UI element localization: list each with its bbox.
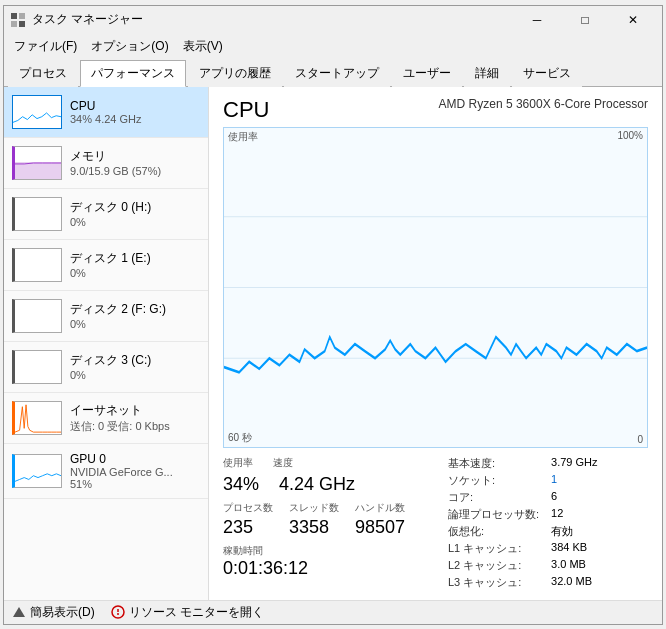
menu-bar: ファイル(F) オプション(O) 表示(V) (4, 34, 662, 59)
panel-subtitle: AMD Ryzen 5 3600X 6-Core Processor (439, 97, 648, 111)
logical-label: 論理プロセッサ数: (448, 507, 539, 522)
sidebar-item-ethernet[interactable]: イーサネット 送信: 0 受信: 0 Kbps (4, 393, 208, 444)
usage-stat: 使用率 (223, 456, 253, 470)
l3-label: L3 キャッシュ: (448, 575, 539, 590)
right-stats-grid: 基本速度: 3.79 GHz ソケット: 1 コア: 6 論理プロセッサ数: 1… (448, 456, 648, 590)
resource-monitor-button[interactable]: リソース モニターを開く (111, 604, 264, 621)
cpu-sidebar-name: CPU (70, 99, 200, 113)
window-controls: ─ □ ✕ (514, 10, 656, 30)
sidebar-item-cpu[interactable]: CPU 34% 4.24 GHz (4, 87, 208, 138)
resource-monitor-icon (111, 605, 125, 619)
gpu-sidebar-info: GPU 0 NVIDIA GeForce G... 51% (70, 452, 200, 490)
disk1-thumbnail (12, 248, 62, 282)
sidebar-item-disk3[interactable]: ディスク 3 (C:) 0% (4, 342, 208, 393)
sidebar-item-gpu[interactable]: GPU 0 NVIDIA GeForce G... 51% (4, 444, 208, 499)
gpu-sidebar-value2: 51% (70, 478, 200, 490)
gpu-thumbnail (12, 454, 62, 488)
sidebar-item-mem[interactable]: メモリ 9.0/15.9 GB (57%) (4, 138, 208, 189)
uptime-value: 0:01:36:12 (223, 558, 436, 579)
uptime-label: 稼動時間 (223, 544, 436, 558)
chart-x-right-label: 0 (637, 434, 643, 445)
disk1-sidebar-value: 0% (70, 267, 200, 279)
up-arrow-icon (12, 605, 26, 619)
disk2-sidebar-value: 0% (70, 318, 200, 330)
sidebar-item-disk1[interactable]: ディスク 1 (E:) 0% (4, 240, 208, 291)
speed-stat: 速度 (273, 456, 293, 470)
socket-value: 1 (551, 473, 648, 488)
tab-app-history[interactable]: アプリの履歴 (188, 60, 282, 87)
cpu-chart: 使用率 100% 60 秒 0 (223, 127, 648, 448)
l3-value: 32.0 MB (551, 575, 648, 590)
process-label: プロセス数 (223, 501, 273, 515)
tab-services[interactable]: サービス (512, 60, 582, 87)
right-stats-panel: 基本速度: 3.79 GHz ソケット: 1 コア: 6 論理プロセッサ数: 1… (448, 456, 648, 590)
title-bar-left: タスク マネージャー (10, 11, 143, 28)
maximize-button[interactable]: □ (562, 10, 608, 30)
task-manager-window: タスク マネージャー ─ □ ✕ ファイル(F) オプション(O) 表示(V) … (3, 5, 663, 625)
disk2-sidebar-name: ディスク 2 (F: G:) (70, 301, 200, 318)
menu-options[interactable]: オプション(O) (85, 36, 174, 57)
mem-sidebar-info: メモリ 9.0/15.9 GB (57%) (70, 148, 200, 177)
base-speed-value: 3.79 GHz (551, 456, 648, 471)
usage-speed-values: 34% 4.24 GHz (223, 474, 436, 495)
disk2-thumbnail (12, 299, 62, 333)
menu-view[interactable]: 表示(V) (177, 36, 229, 57)
tab-performance[interactable]: パフォーマンス (80, 60, 186, 87)
svg-rect-2 (11, 21, 17, 27)
disk1-sidebar-name: ディスク 1 (E:) (70, 250, 200, 267)
chart-x-label: 60 秒 (228, 431, 252, 445)
svg-marker-8 (13, 607, 25, 617)
sidebar-item-disk0[interactable]: ディスク 0 (H:) 0% (4, 189, 208, 240)
ethernet-thumbnail (12, 401, 62, 435)
handle-label: ハンドル数 (355, 501, 405, 515)
stats-area: 使用率 速度 34% 4.24 GHz (223, 456, 648, 590)
panel-title: CPU (223, 97, 269, 123)
tab-startup[interactable]: スタートアップ (284, 60, 390, 87)
sidebar: CPU 34% 4.24 GHz メモリ 9.0/15.9 GB (57%) (4, 87, 209, 600)
tab-process[interactable]: プロセス (8, 60, 78, 87)
tab-detail[interactable]: 詳細 (464, 60, 510, 87)
title-bar: タスク マネージャー ─ □ ✕ (4, 6, 662, 34)
thread-label: スレッド数 (289, 501, 339, 515)
disk0-sidebar-value: 0% (70, 216, 200, 228)
virt-label: 仮想化: (448, 524, 539, 539)
handle-value: 98507 (355, 517, 405, 538)
minimize-button[interactable]: ─ (514, 10, 560, 30)
mem-sidebar-value: 9.0/15.9 GB (57%) (70, 165, 200, 177)
core-value: 6 (551, 490, 648, 505)
speed-value: 4.24 GHz (279, 474, 355, 494)
cpu-sidebar-info: CPU 34% 4.24 GHz (70, 99, 200, 125)
disk3-sidebar-info: ディスク 3 (C:) 0% (70, 352, 200, 381)
menu-file[interactable]: ファイル(F) (8, 36, 83, 57)
chart-y-label: 使用率 (228, 130, 258, 144)
main-content: CPU 34% 4.24 GHz メモリ 9.0/15.9 GB (57%) (4, 87, 662, 600)
logical-value: 12 (551, 507, 648, 522)
disk0-sidebar-info: ディスク 0 (H:) 0% (70, 199, 200, 228)
window-title: タスク マネージャー (32, 11, 143, 28)
svg-rect-1 (19, 13, 25, 19)
bottom-bar: 簡易表示(D) リソース モニターを開く (4, 600, 662, 624)
usage-value-big: 34% (223, 474, 259, 495)
gpu-sidebar-value: NVIDIA GeForce G... (70, 466, 200, 478)
disk1-sidebar-info: ディスク 1 (E:) 0% (70, 250, 200, 279)
l1-label: L1 キャッシュ: (448, 541, 539, 556)
disk0-thumbnail (12, 197, 62, 231)
sidebar-item-disk2[interactable]: ディスク 2 (F: G:) 0% (4, 291, 208, 342)
panel-header: CPU AMD Ryzen 5 3600X 6-Core Processor (223, 97, 648, 123)
ethernet-sidebar-value: 送信: 0 受信: 0 Kbps (70, 419, 200, 434)
svg-point-11 (117, 613, 119, 615)
l1-value: 384 KB (551, 541, 648, 556)
cpu-thumbnail (12, 95, 62, 129)
mem-thumbnail (12, 146, 62, 180)
cpu-sidebar-value: 34% 4.24 GHz (70, 113, 200, 125)
l2-value: 3.0 MB (551, 558, 648, 573)
simple-view-button[interactable]: 簡易表示(D) (12, 604, 95, 621)
gpu-sidebar-name: GPU 0 (70, 452, 200, 466)
cpu-detail-panel: CPU AMD Ryzen 5 3600X 6-Core Processor 使… (209, 87, 662, 600)
tab-users[interactable]: ユーザー (392, 60, 462, 87)
virt-value: 有効 (551, 524, 648, 539)
close-button[interactable]: ✕ (610, 10, 656, 30)
simple-view-label: 簡易表示(D) (30, 604, 95, 621)
disk0-sidebar-name: ディスク 0 (H:) (70, 199, 200, 216)
svg-rect-3 (19, 21, 25, 27)
